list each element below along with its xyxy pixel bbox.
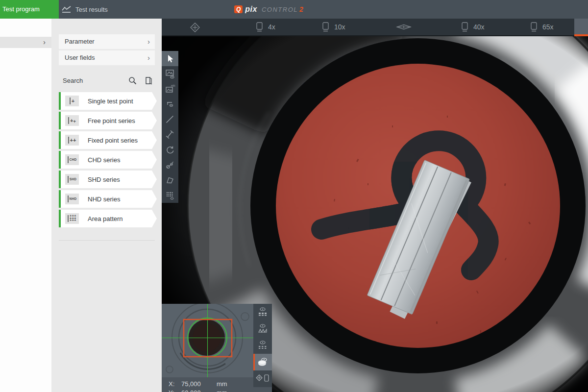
logo-q-mark: Q [234, 5, 243, 13]
y-coordinate: Y: 60,000 mm [169, 389, 227, 392]
reference-corner-icon [165, 99, 175, 110]
test-program-sidebar: Parameter › User fields › Search [51, 19, 162, 392]
search-icon[interactable] [128, 76, 137, 85]
collapsed-left-panel: › [0, 19, 51, 392]
tool-cursor[interactable] [162, 51, 178, 66]
eye-stage-icon [256, 356, 269, 368]
catalog-icon[interactable] [145, 76, 152, 85]
list-item-area-pattern[interactable]: +++ +++ +++ Area pattern [59, 210, 157, 227]
tool-polygon[interactable] [162, 172, 178, 188]
expand-panel-button[interactable]: › [0, 37, 51, 48]
tool-image-overlay[interactable] [162, 66, 178, 81]
cursor-icon [165, 54, 175, 64]
rotate-icon [165, 145, 175, 155]
eye-profile-icon [257, 323, 269, 335]
list-item-fixed-point-series[interactable]: ++ Fixed point series [59, 131, 157, 149]
stage-overview-panel: X: 75,000 mm Y: 60,000 mm [162, 304, 272, 392]
app-logo: Q pix CONTROL 2 [234, 0, 303, 19]
stage-overview-map[interactable] [162, 304, 253, 377]
caliper-icon [165, 160, 175, 171]
distance-icon [165, 129, 175, 140]
list-item-chd-series[interactable]: CHD CHD series [59, 151, 157, 169]
sidebar-divider [59, 240, 155, 241]
accordion-user-fields-label: User fields [65, 54, 95, 61]
chevron-right-icon: › [147, 34, 150, 49]
top-header: Test program Test results Q pix CONTROL … [0, 0, 588, 19]
stage-coordinates: X: 75,000 mm Y: 60,000 mm [162, 377, 253, 392]
layer-navigate[interactable] [253, 370, 272, 387]
tool-rotate[interactable] [162, 142, 178, 157]
line-icon [165, 114, 175, 125]
search-input[interactable]: Search [59, 77, 128, 84]
active-indicator-bar [574, 34, 588, 36]
magnification-scroll-button[interactable] [574, 19, 588, 36]
layer-stage-visibility[interactable] [253, 354, 272, 370]
svg-text:HRI: HRI [171, 84, 175, 87]
tab-test-program[interactable]: Test program [0, 0, 59, 19]
tab-test-results-label: Test results [75, 6, 108, 13]
tool-hri-image[interactable]: HRI [162, 81, 178, 97]
image-overlay-icon [165, 69, 175, 79]
accordion-parameter-label: Parameter [65, 38, 95, 45]
magnification-10x[interactable]: 10x [322, 19, 345, 35]
objective-lens-icon [530, 22, 538, 32]
tool-caliper[interactable] [162, 157, 178, 172]
magnification-65x[interactable]: 65x [530, 19, 554, 35]
navigate-stage-icon [255, 373, 270, 384]
hri-image-icon: HRI [165, 84, 175, 95]
layer-squares-visibility[interactable] [253, 304, 272, 320]
search-row: Search [59, 74, 155, 87]
tool-grid[interactable] [162, 188, 178, 203]
qpix-control-app: Test program Test results Q pix CONTROL … [0, 0, 588, 392]
list-item-free-point-series[interactable]: +₊ Free point series [59, 112, 157, 129]
list-item-single-test-point[interactable]: + Single test point [59, 92, 157, 110]
test-results-chart-icon [62, 6, 71, 13]
fixed-point-series-icon: ++ [65, 135, 79, 146]
grid-icon [165, 190, 175, 201]
tab-test-results[interactable]: Test results [62, 0, 108, 19]
objective-lens-icon [461, 22, 468, 32]
logo-version: 2 [299, 5, 303, 13]
tool-line[interactable] [162, 112, 178, 127]
stage-side-view-icon[interactable] [396, 24, 412, 30]
tool-distance[interactable] [162, 127, 178, 142]
measurement-tools-toolbar: HRI [162, 51, 178, 203]
polygon-icon [165, 175, 175, 186]
eye-points-icon [257, 340, 269, 351]
chevron-right-icon: › [147, 50, 150, 65]
list-item-shd-series[interactable]: SHD SHD series [59, 171, 157, 188]
objective-lens-icon [322, 22, 329, 32]
nhd-series-icon: NHD [65, 194, 79, 204]
magnification-toolbar: 4x 10x 40x [162, 19, 574, 36]
test-point-list: + Single test point +₊ Free point series… [59, 92, 157, 227]
layer-profile-visibility[interactable] [253, 320, 272, 337]
x-coordinate: X: 75,000 mm [169, 380, 227, 388]
accordion-parameter[interactable]: Parameter › [59, 34, 155, 49]
stage-center-icon[interactable] [189, 22, 201, 33]
magnification-40x[interactable]: 40x [461, 19, 485, 35]
layer-points-visibility[interactable] [253, 337, 272, 354]
eye-squares-icon [257, 306, 269, 318]
tool-reference-corner[interactable] [162, 97, 178, 112]
single-test-point-icon: + [65, 96, 79, 106]
area-pattern-icon: +++ +++ +++ [65, 213, 79, 224]
accordion-user-fields[interactable]: User fields › [59, 50, 155, 65]
chd-series-icon: CHD [65, 154, 79, 165]
list-item-nhd-series[interactable]: NHD NHD series [59, 190, 157, 208]
magnification-4x[interactable]: 4x [256, 19, 275, 35]
logo-brand: pix [245, 5, 257, 14]
logo-suffix: CONTROL [262, 6, 298, 13]
overview-layer-toolbar [253, 304, 272, 387]
objective-lens-icon [256, 22, 263, 32]
shd-series-icon: SHD [65, 174, 79, 185]
free-point-series-icon: +₊ [65, 115, 79, 126]
